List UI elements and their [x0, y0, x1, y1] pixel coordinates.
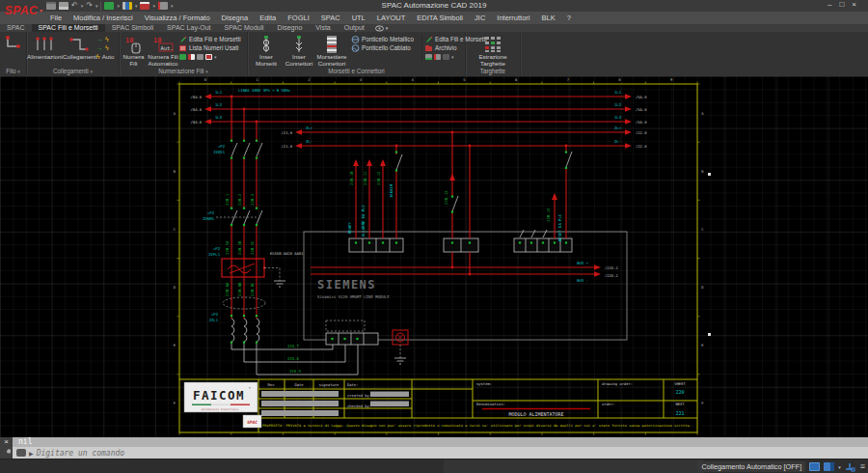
- renumber-icon[interactable]: [205, 54, 212, 60]
- collegamenti-icon: [63, 34, 95, 54]
- wrench-icon[interactable]: [2, 447, 11, 456]
- quick-connect-2-button[interactable]: →ϟ: [96, 43, 118, 52]
- maximize-button[interactable]: □: [839, 0, 852, 9]
- svg-text:/5A.8: /5A.8: [636, 107, 647, 112]
- filo-button[interactable]: [1, 34, 25, 54]
- tab-spac-fili-e-morsetti[interactable]: SPAC Fili e Morsetti: [32, 24, 105, 32]
- ponticello-cablato-button[interactable]: Ponticello Cablato: [351, 43, 419, 52]
- viewport-grip[interactable]: [708, 173, 711, 176]
- svg-text:SPAC: SPAC: [247, 420, 258, 425]
- menu-spac[interactable]: SPAC: [315, 12, 346, 24]
- wire-tool-icon[interactable]: [104, 2, 114, 10]
- menu-edita[interactable]: Edita: [254, 12, 282, 24]
- quick-connect-button[interactable]: →ϟ: [96, 35, 118, 43]
- alimentazioni-icon: [27, 34, 62, 54]
- menu-utl[interactable]: UTL: [346, 12, 371, 24]
- menu-jic[interactable]: JIC: [469, 12, 491, 24]
- lista-numeri-usati-button[interactable]: Lista Numeri Usati: [179, 43, 247, 52]
- edita-fili-morsetti-button[interactable]: Edita Fili e Morsetti: [179, 35, 247, 43]
- redo-icon[interactable]: ↷: [86, 2, 93, 10]
- auto-link-toggle[interactable]: Collegamento Automatico [OFF]: [697, 461, 805, 472]
- command-input-line[interactable]: ▶ Digitare un comando: [13, 447, 868, 459]
- mini-caret-icon[interactable]: ▾: [214, 53, 217, 61]
- qat-menu-caret-icon[interactable]: ▾: [171, 2, 174, 10]
- group-label-targhette[interactable]: Targhette: [466, 68, 520, 74]
- group-caret-icon: ▾: [205, 69, 208, 74]
- tab-disegno[interactable]: Disegno: [271, 24, 310, 32]
- ponticelli-rows: Ponticello Metallico Ponticello Cablato: [351, 35, 419, 52]
- layer-columns-icon[interactable]: [122, 2, 132, 10]
- svg-text:B: B: [174, 169, 176, 174]
- save-icon[interactable]: [59, 2, 68, 10]
- layer-caret-icon[interactable]: ▾: [135, 2, 138, 10]
- menu-disegna[interactable]: Disegna: [216, 12, 255, 24]
- close-button[interactable]: ×: [852, 0, 864, 9]
- status-menu-icon[interactable]: ≡: [860, 459, 865, 473]
- grid-toggle-icon[interactable]: [809, 462, 820, 471]
- status-right-cluster: Collegamento Automatico [OFF] ▾ ≡: [697, 459, 865, 473]
- reactor-model: KS35R-AAC0-AA01: [270, 251, 304, 256]
- green-marker-icon[interactable]: [179, 54, 186, 60]
- menu-modifica-inserisci[interactable]: Modifica / Inserisci: [68, 12, 139, 24]
- redo-caret-icon[interactable]: ▾: [95, 2, 98, 10]
- svg-text:9: 9: [670, 77, 673, 82]
- spac-app-logo[interactable]: SPAC▾: [2, 0, 41, 23]
- menu-fogli[interactable]: FOGLI: [282, 12, 315, 24]
- undo-caret-icon[interactable]: ▾: [81, 2, 84, 10]
- svg-text:220.3: 220.3: [250, 193, 255, 206]
- style-tool-icon[interactable]: [158, 2, 168, 10]
- close-command-icon[interactable]: ×: [0, 437, 13, 447]
- mini-caret-icon[interactable]: ▾: [451, 53, 454, 61]
- block-tool-icon[interactable]: [140, 2, 149, 10]
- phase-lines: LINEA 400V 3Ph + N 50Hz /0A.8 /0A.8 /0A.…: [191, 88, 648, 125]
- alimentazioni-button[interactable]: Alimentazioni: [27, 34, 62, 61]
- svg-text:/22.8: /22.8: [636, 144, 647, 149]
- tab-spac-simboli[interactable]: SPAC Simboli: [105, 24, 160, 32]
- numera-fili-automatico-button[interactable]: 10Aut. Numera FiliAutomatico: [148, 34, 178, 67]
- menu-edita-simboli[interactable]: EDITA Simboli: [411, 12, 469, 24]
- undo-icon[interactable]: ↶: [71, 2, 78, 10]
- morsettiere-connettori-button[interactable]: MorsettiereConnettori: [315, 34, 348, 67]
- tab-vista[interactable]: Vista: [309, 24, 337, 32]
- terminal-pair-icon[interactable]: [425, 54, 432, 60]
- tab-spac[interactable]: SPAC: [0, 24, 32, 32]
- tab-output[interactable]: Output: [338, 24, 371, 32]
- group-label-filo[interactable]: Filo ▾: [0, 68, 26, 74]
- svg-text:A: A: [701, 111, 704, 116]
- group-label-morsetti-connettori[interactable]: Morsetti e Connettori: [248, 68, 465, 74]
- minimize-button[interactable]: –: [827, 0, 839, 9]
- inser-morsetti-button[interactable]: InserMorsetti: [250, 34, 283, 67]
- tab-spac-moduli[interactable]: SPAC Moduli: [218, 24, 271, 32]
- menu-file[interactable]: File: [44, 12, 68, 24]
- menu-help[interactable]: ?: [561, 12, 577, 24]
- bars-icon[interactable]: [197, 54, 203, 60]
- ponticello-metallico-button[interactable]: Ponticello Metallico: [351, 35, 419, 43]
- auto-connect-button[interactable]: ϟAuto: [96, 52, 118, 61]
- power-branch: =P2 22QS1 220.1 220.2 220.3 =P2 22KM1 22…: [203, 96, 358, 375]
- tab-spac-lay-out[interactable]: SPAC Lay-Out: [160, 24, 217, 32]
- menu-blk[interactable]: BLK: [535, 12, 560, 24]
- menu-layout[interactable]: LAYOUT: [371, 12, 411, 24]
- numerazione-rows: Edita Fili e Morsetti Lista Numeri Usati…: [179, 35, 247, 61]
- swap-terminal-icon[interactable]: [434, 54, 441, 60]
- crosshair-icon[interactable]: [845, 462, 856, 472]
- block-caret-icon[interactable]: ▾: [152, 2, 155, 10]
- inser-connettori-button[interactable]: InserConnettori: [284, 34, 314, 67]
- collegamenti-button[interactable]: Collegamenti: [63, 34, 95, 61]
- estrazione-targhette-button[interactable]: EstrazioneTarghette: [474, 34, 512, 67]
- group-label-collegamenti[interactable]: Collegamenti ▾: [27, 68, 119, 74]
- status-caret-icon[interactable]: ▾: [838, 464, 841, 470]
- viewport-grip[interactable]: [708, 333, 711, 336]
- numera-fili-button[interactable]: 10 NumeraFili: [121, 34, 147, 67]
- menu-interruttori[interactable]: Interruttori: [491, 12, 535, 24]
- eye-icon: [375, 25, 384, 32]
- wire-tool-caret-icon[interactable]: ▾: [117, 2, 120, 10]
- snap-toggle-icon[interactable]: [824, 462, 834, 471]
- ribbon-display-toggle[interactable]: ▾: [375, 24, 389, 32]
- split-marker-icon[interactable]: [188, 54, 195, 60]
- drawing-canvas[interactable]: 0123456789 ABCDEF ABCDEF LINEA 400V 3Ph …: [0, 76, 868, 437]
- renumber-terminal-icon[interactable]: [443, 54, 449, 60]
- plot-icon[interactable]: [46, 2, 56, 10]
- group-label-numerazione-fili[interactable]: Numerazione Fili ▾: [120, 68, 247, 74]
- menu-visualizza-formato[interactable]: Visualizza / Formato: [139, 12, 216, 24]
